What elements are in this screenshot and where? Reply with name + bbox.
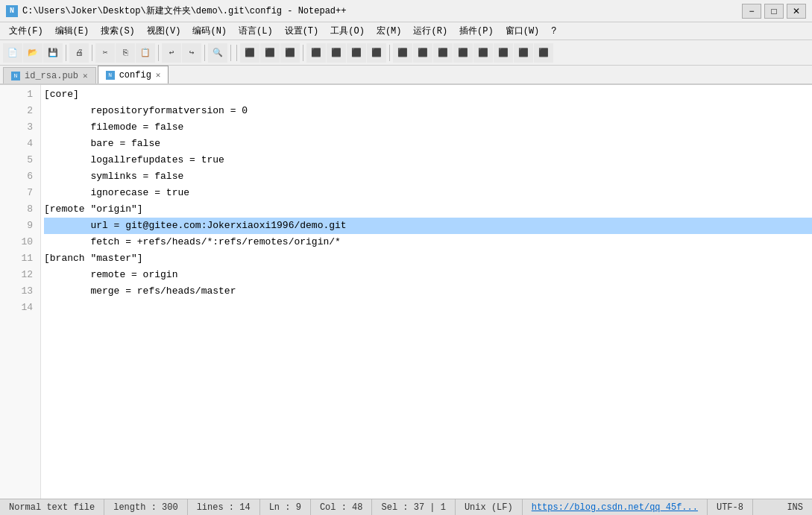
window-controls: − □ ✕ xyxy=(742,4,806,19)
col-status: Col : 48 xyxy=(311,499,373,515)
link-status[interactable]: https://blog.csdn.net/qq_45f... xyxy=(523,499,708,515)
menu-item[interactable]: 语言(L) xyxy=(233,23,279,39)
toolbar-button[interactable]: ⬛ xyxy=(260,43,280,63)
tab-close-button[interactable]: ✕ xyxy=(83,71,88,80)
toolbar-button[interactable]: ⬛ xyxy=(413,43,432,63)
line-number: 6 xyxy=(0,168,40,185)
line-number: 12 xyxy=(0,267,40,283)
menu-item[interactable]: 视图(V) xyxy=(141,23,187,39)
toolbar-button[interactable]: ↪ xyxy=(182,43,201,63)
status-bar: Normal text file length : 300 lines : 14… xyxy=(0,499,812,515)
cursor-status: Ln : 9 xyxy=(260,499,311,515)
line-number: 7 xyxy=(0,185,40,201)
toolbar-separator xyxy=(92,45,92,61)
code-line[interactable]: repositoryformatversion = 0 xyxy=(44,103,812,119)
menu-item[interactable]: 运行(R) xyxy=(407,23,453,39)
toolbar-separator xyxy=(230,45,231,61)
code-line[interactable]: ignorecase = true xyxy=(44,185,812,201)
window-title: C:\Users\Joker\Desktop\新建文件夹\demo\.git\c… xyxy=(22,4,346,17)
toolbar-button[interactable]: ⬛ xyxy=(534,43,553,63)
line-number: 9 xyxy=(0,218,40,234)
tab-icon: N xyxy=(106,71,115,80)
line-number: 2 xyxy=(0,103,40,119)
menu-item[interactable]: 编辑(E) xyxy=(49,23,95,39)
code-line[interactable]: remote = origin xyxy=(44,267,812,283)
toolbar-button[interactable]: ⬛ xyxy=(240,43,259,63)
toolbar-button[interactable]: ⎘ xyxy=(116,43,135,63)
line-number: 13 xyxy=(0,283,40,300)
toolbar-button[interactable]: ⬛ xyxy=(453,43,473,63)
toolbar-separator xyxy=(389,45,390,61)
toolbar-button[interactable]: ↩ xyxy=(162,43,181,63)
toolbar-button[interactable]: ⬛ xyxy=(347,43,366,63)
code-line[interactable]: [remote "origin"] xyxy=(44,201,812,218)
menu-item[interactable]: 宏(M) xyxy=(371,23,408,39)
editor-tab[interactable]: Nconfig✕ xyxy=(98,66,169,83)
editor-area: 1234567891011121314 [core] repositoryfor… xyxy=(0,85,812,499)
menu-item[interactable]: 设置(T) xyxy=(279,23,325,39)
code-line[interactable]: filemode = false xyxy=(44,119,812,136)
close-button[interactable]: ✕ xyxy=(787,4,806,19)
toolbar-button[interactable]: 📋 xyxy=(136,43,155,63)
tab-bar: Nid_rsa.pub✕Nconfig✕ xyxy=(0,66,812,85)
menu-item[interactable]: 搜索(S) xyxy=(95,23,141,39)
code-content[interactable]: [core] repositoryformatversion = 0 filem… xyxy=(41,85,812,499)
menu-bar: 文件(F)编辑(E)搜索(S)视图(V)编码(N)语言(L)设置(T)工具(O)… xyxy=(0,22,812,40)
tab-label: config xyxy=(119,70,151,80)
menu-item[interactable]: 窗口(W) xyxy=(500,23,546,39)
menu-item[interactable]: 编码(N) xyxy=(186,23,233,39)
line-number: 11 xyxy=(0,250,40,267)
code-line[interactable]: merge = refs/heads/master xyxy=(44,283,812,300)
toolbar-button[interactable]: 💾 xyxy=(43,43,63,63)
menu-item[interactable]: ? xyxy=(545,25,562,38)
toolbar-button[interactable]: ⬛ xyxy=(367,43,386,63)
line-number: 5 xyxy=(0,152,40,168)
toolbar-button[interactable]: ⬛ xyxy=(327,43,346,63)
code-line[interactable]: url = git@gitee.com:Jokerxiaoxi1996/demo… xyxy=(44,218,812,234)
toolbar-button[interactable]: ⬛ xyxy=(393,43,412,63)
code-line[interactable]: [core] xyxy=(44,86,812,103)
code-line[interactable]: logallrefupdates = true xyxy=(44,152,812,168)
toolbar-button[interactable]: ⬛ xyxy=(494,43,513,63)
minimize-button[interactable]: − xyxy=(742,4,761,19)
code-line[interactable]: symlinks = false xyxy=(44,168,812,185)
toolbar-button[interactable]: ✂ xyxy=(95,43,115,63)
line-number: 14 xyxy=(0,300,40,316)
title-bar: N C:\Users\Joker\Desktop\新建文件夹\demo\.git… xyxy=(0,0,812,22)
code-line[interactable] xyxy=(44,300,812,316)
tab-icon: N xyxy=(11,72,20,80)
menu-item[interactable]: 工具(O) xyxy=(324,23,371,39)
app-icon: N xyxy=(6,5,18,17)
toolbar-separator xyxy=(158,45,159,61)
length-status: length : 300 xyxy=(104,499,187,515)
toolbar-button[interactable]: 📄 xyxy=(3,43,22,63)
sel-status: Sel : 37 | 1 xyxy=(372,499,455,515)
menu-item[interactable]: 文件(F) xyxy=(3,23,49,39)
toolbar-button[interactable]: ⬛ xyxy=(280,43,300,63)
file-type-status: Normal text file xyxy=(0,499,104,515)
toolbar-button[interactable]: ⬛ xyxy=(306,43,326,63)
toolbar-button[interactable]: ⬛ xyxy=(433,43,453,63)
encoding-status: UTF-8 xyxy=(708,499,753,515)
toolbar-separator xyxy=(204,45,205,61)
tab-close-button[interactable]: ✕ xyxy=(156,70,161,80)
toolbar-separator xyxy=(303,45,303,61)
code-line[interactable]: [branch "master"] xyxy=(44,250,812,267)
tab-label: id_rsa.pub xyxy=(25,71,78,81)
eol-status: Unix (LF) xyxy=(456,499,523,515)
toolbar-button[interactable]: 📂 xyxy=(23,43,43,63)
code-line[interactable]: fetch = +refs/heads/*:refs/remotes/origi… xyxy=(44,234,812,250)
toolbar: 📄📂💾🖨✂⎘📋↩↪🔍⬛⬛⬛⬛⬛⬛⬛⬛⬛⬛⬛⬛⬛⬛⬛ xyxy=(0,40,812,66)
menu-item[interactable]: 插件(P) xyxy=(453,23,500,39)
maximize-button[interactable]: □ xyxy=(764,4,784,19)
toolbar-button[interactable]: ⬛ xyxy=(473,43,493,63)
code-line[interactable]: bare = false xyxy=(44,136,812,152)
line-number: 4 xyxy=(0,136,40,152)
toolbar-separator xyxy=(236,45,237,61)
toolbar-button[interactable]: ⬛ xyxy=(514,43,533,63)
line-numbers: 1234567891011121314 xyxy=(0,85,41,499)
toolbar-button[interactable]: 🔍 xyxy=(208,43,227,63)
toolbar-button[interactable]: 🖨 xyxy=(69,43,89,63)
ins-status: INS xyxy=(778,499,812,515)
editor-tab[interactable]: Nid_rsa.pub✕ xyxy=(3,67,96,83)
